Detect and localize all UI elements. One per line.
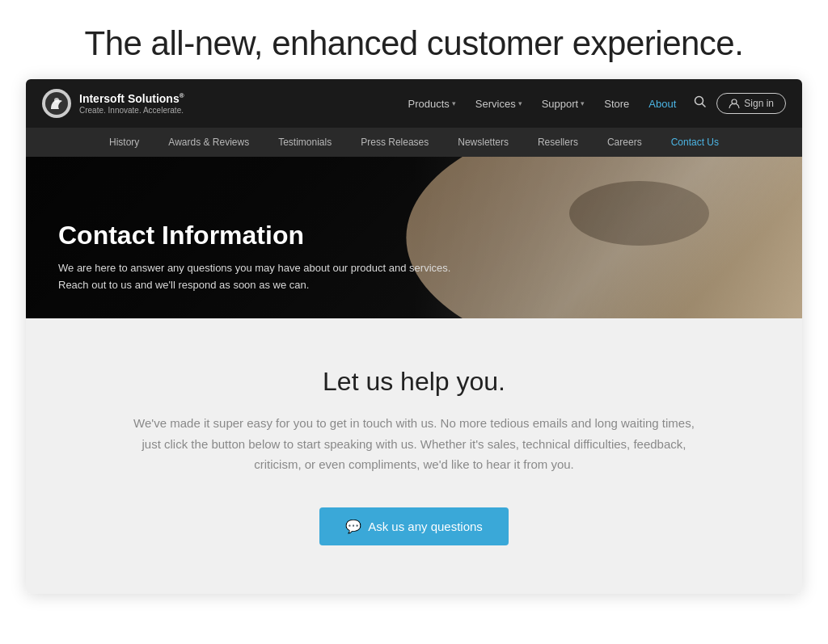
main-card: Intersoft Solutions® Create. Innovate. A… (26, 79, 802, 594)
subnav-history[interactable]: History (95, 128, 154, 157)
logo-tagline: Create. Innovate. Accelerate. (79, 106, 184, 115)
chevron-down-icon: ▾ (452, 99, 456, 107)
chevron-down-icon: ▾ (518, 99, 522, 107)
subnav-awards[interactable]: Awards & Reviews (154, 128, 264, 157)
subnav: History Awards & Reviews Testimonials Pr… (26, 128, 802, 157)
nav-item-about[interactable]: About (640, 93, 684, 115)
nav-item-products[interactable]: Products ▾ (400, 93, 464, 115)
nav-item-services[interactable]: Services ▾ (467, 93, 530, 115)
nav-link-services[interactable]: Services ▾ (467, 93, 530, 115)
page-heading-section: The all-new, enhanced customer experienc… (0, 0, 828, 79)
signin-label: Sign in (744, 98, 774, 109)
nav-search-item[interactable] (687, 90, 713, 116)
nav-item-store[interactable]: Store (596, 93, 637, 115)
page-headline: The all-new, enhanced customer experienc… (16, 24, 812, 63)
cta-label: Ask us any questions (368, 520, 483, 533)
subnav-resellers[interactable]: Resellers (523, 128, 593, 157)
ask-questions-button[interactable]: 💬 Ask us any questions (319, 507, 509, 545)
subnav-press-releases[interactable]: Press Releases (346, 128, 443, 157)
hero-title: Contact Information (58, 221, 463, 250)
subnav-newsletters[interactable]: Newsletters (443, 128, 523, 157)
content-description: We've made it super easy for you to get … (131, 413, 697, 475)
chevron-down-icon: ▾ (581, 99, 585, 107)
logo-text: Intersoft Solutions® Create. Innovate. A… (79, 92, 184, 115)
subnav-careers[interactable]: Careers (593, 128, 657, 157)
nav-link-store[interactable]: Store (596, 93, 637, 115)
nav-signin-item[interactable]: Sign in (716, 93, 786, 114)
logo-icon (42, 89, 71, 118)
navbar: Intersoft Solutions® Create. Innovate. A… (26, 79, 802, 128)
nav-link-about[interactable]: About (640, 93, 684, 115)
logo-name: Intersoft Solutions® (79, 92, 184, 106)
hero-description: We are here to answer any questions you … (58, 260, 463, 294)
chat-icon: 💬 (345, 519, 361, 534)
hero-content: Contact Information We are here to answe… (58, 221, 463, 294)
search-button[interactable] (687, 90, 713, 116)
logo[interactable]: Intersoft Solutions® Create. Innovate. A… (42, 89, 184, 118)
hero-banner: Contact Information We are here to answe… (26, 157, 802, 318)
nav-item-support[interactable]: Support ▾ (534, 93, 594, 115)
content-title: Let us help you. (58, 367, 770, 397)
signin-button[interactable]: Sign in (716, 93, 786, 114)
svg-point-1 (54, 98, 59, 103)
nav-link-products[interactable]: Products ▾ (400, 93, 464, 115)
nav-links: Products ▾ Services ▾ Support ▾ Store (400, 90, 786, 116)
svg-line-3 (703, 104, 706, 107)
subnav-contact-us[interactable]: Contact Us (657, 128, 733, 157)
subnav-testimonials[interactable]: Testimonials (264, 128, 346, 157)
content-section: Let us help you. We've made it super eas… (26, 318, 802, 594)
nav-link-support[interactable]: Support ▾ (534, 93, 594, 115)
